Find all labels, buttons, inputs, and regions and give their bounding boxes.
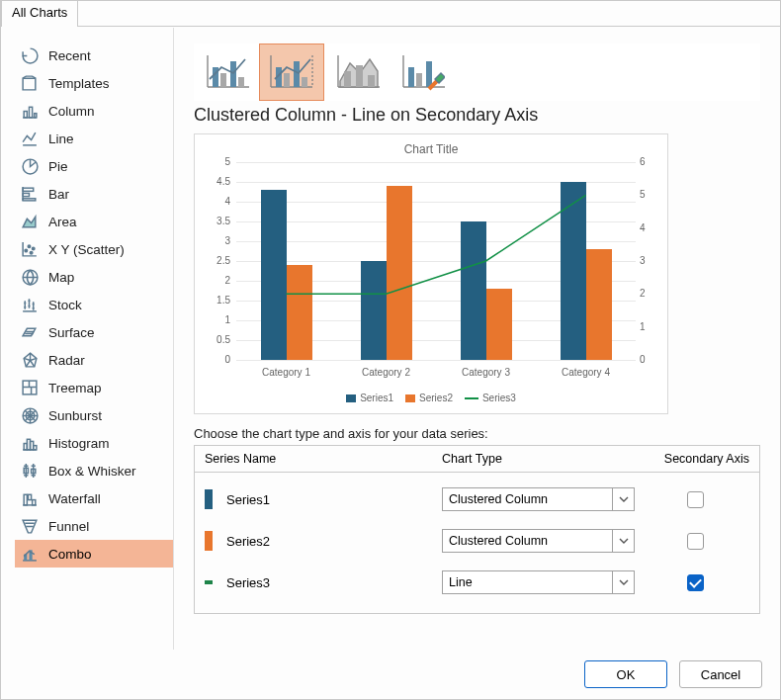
svg-rect-23	[33, 500, 36, 505]
map-icon	[21, 268, 39, 286]
svg-rect-5	[23, 193, 29, 196]
x-y-scatter--icon	[21, 240, 39, 258]
sidebar-item-surface[interactable]: Surface	[15, 318, 173, 346]
legend-label: Series1	[360, 393, 393, 403]
y2-axis-tick: 0	[640, 354, 659, 365]
y2-axis-tick: 2	[640, 288, 659, 299]
chart-preview[interactable]: Chart Title 00.511.522.533.544.550123456…	[194, 133, 668, 414]
series-table: Series Name Chart Type Secondary Axis Se…	[194, 445, 760, 614]
pie-icon	[21, 157, 39, 175]
dialog-footer: OK Cancel	[1, 650, 780, 699]
sidebar-item-radar[interactable]: Radar	[15, 346, 173, 374]
y-axis-tick: 2.5	[201, 255, 230, 266]
subtype-combo-custom[interactable]	[390, 44, 455, 101]
x-axis-tick: Category 1	[236, 367, 336, 378]
column-icon	[21, 102, 39, 120]
line-series	[236, 162, 636, 360]
sidebar-item-label: Histogram	[48, 436, 110, 451]
sidebar-item-label: Box & Whisker	[48, 464, 136, 479]
x-axis-tick: Category 2	[336, 367, 436, 378]
sidebar-item-label: Funnel	[48, 519, 89, 534]
header-chart-type: Chart Type	[442, 452, 641, 466]
svg-rect-29	[238, 77, 244, 87]
sidebar-item-label: Radar	[48, 353, 85, 368]
y-axis-tick: 5	[201, 156, 230, 167]
y-axis-tick: 4.5	[201, 176, 230, 187]
surface-icon	[21, 323, 39, 341]
y2-axis-tick: 5	[640, 189, 659, 200]
svg-point-9	[32, 247, 35, 250]
subtype-combo-col-line-secondary[interactable]	[259, 44, 324, 101]
ok-button[interactable]: OK	[584, 660, 667, 688]
box-whisker-icon	[21, 462, 39, 480]
sidebar-item-stock[interactable]: Stock	[15, 291, 173, 318]
svg-rect-34	[344, 71, 351, 87]
chart-type-select[interactable]: Clustered Column	[442, 487, 635, 511]
sidebar-item-bar[interactable]: Bar	[15, 180, 173, 208]
sidebar-item-label: X Y (Scatter)	[48, 242, 125, 257]
series-name-cell: Series2	[205, 531, 442, 551]
svg-rect-2	[35, 114, 37, 118]
x-axis-tick: Category 4	[536, 367, 636, 378]
y2-axis-tick: 1	[640, 321, 659, 332]
sidebar-item-box-whisker[interactable]: Box & Whisker	[15, 457, 173, 484]
y-axis-tick: 3	[201, 235, 230, 246]
y-axis-tick: 2	[201, 275, 230, 286]
svg-rect-36	[368, 75, 375, 87]
tab-all-charts[interactable]: All Charts	[1, 0, 78, 27]
cancel-button[interactable]: Cancel	[679, 660, 762, 688]
recent-icon	[21, 46, 39, 64]
legend-label: Series3	[482, 393, 516, 403]
subtype-combo-area[interactable]	[324, 44, 390, 101]
legend-swatch	[346, 394, 356, 402]
funnel-icon	[21, 517, 39, 535]
area-icon	[21, 213, 39, 230]
chart-type-select[interactable]: Clustered Column	[442, 529, 635, 553]
sidebar-item-recent[interactable]: Recent	[15, 42, 173, 69]
subtype-combo-col-line[interactable]	[194, 44, 259, 101]
sidebar-item-templates[interactable]: Templates	[15, 69, 173, 97]
sidebar-item-pie[interactable]: Pie	[15, 152, 173, 180]
chart-category-sidebar: RecentTemplatesColumnLinePieBarAreaX Y (…	[1, 28, 174, 650]
series-row: Series1Clustered Column	[205, 479, 749, 520]
sidebar-item-label: Surface	[48, 325, 95, 340]
series-swatch	[205, 531, 213, 551]
choose-axis-text: Choose the chart type and axis for your …	[194, 426, 760, 441]
series-name-cell: Series3	[205, 575, 442, 590]
y2-axis-tick: 4	[640, 222, 659, 233]
preview-title: Chart Title	[203, 142, 659, 156]
series-row: Series2Clustered Column	[205, 520, 749, 562]
secondary-axis-checkbox[interactable]	[687, 533, 704, 550]
stock-icon	[21, 296, 39, 313]
series-swatch	[205, 489, 213, 509]
series-swatch	[205, 580, 213, 584]
svg-rect-6	[23, 199, 36, 201]
sidebar-item-label: Stock	[48, 298, 82, 312]
sidebar-item-x-y-scatter-[interactable]: X Y (Scatter)	[15, 235, 173, 263]
sidebar-item-label: Pie	[48, 159, 68, 174]
sidebar-item-waterfall[interactable]: Waterfall	[15, 484, 173, 512]
sidebar-item-treemap[interactable]: Treemap	[15, 374, 173, 401]
sidebar-item-sunburst[interactable]: Sunburst	[15, 401, 173, 429]
secondary-axis-checkbox[interactable]	[687, 574, 704, 591]
sidebar-item-area[interactable]: Area	[15, 208, 173, 235]
sidebar-item-combo[interactable]: Combo	[15, 540, 173, 568]
sidebar-item-label: Recent	[48, 48, 91, 63]
svg-rect-22	[28, 494, 31, 499]
chart-type-value: Clustered Column	[449, 534, 548, 548]
sidebar-item-histogram[interactable]: Histogram	[15, 429, 173, 457]
chevron-down-icon	[612, 488, 634, 510]
svg-rect-38	[416, 73, 422, 87]
sidebar-item-column[interactable]: Column	[15, 97, 173, 125]
histogram-icon	[21, 434, 39, 452]
y-axis-tick: 0	[201, 354, 230, 365]
sidebar-item-map[interactable]: Map	[15, 263, 173, 291]
svg-rect-1	[29, 107, 32, 118]
y-axis-tick: 1	[201, 314, 230, 325]
sidebar-item-label: Map	[48, 270, 74, 285]
sidebar-item-line[interactable]: Line	[15, 125, 173, 152]
chart-type-select[interactable]: Line	[442, 570, 635, 594]
sidebar-item-funnel[interactable]: Funnel	[15, 512, 173, 540]
svg-rect-21	[24, 494, 27, 505]
secondary-axis-checkbox[interactable]	[687, 491, 704, 508]
